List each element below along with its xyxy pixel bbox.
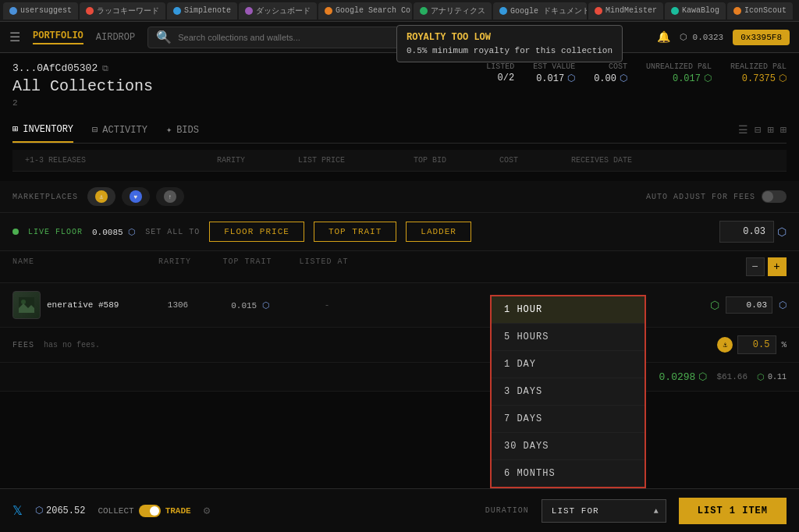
stat-listed: LISTED 0/2 bbox=[486, 62, 514, 84]
settings-icon[interactable]: ⚙ bbox=[204, 504, 210, 517]
col-header-listed: LISTED AT bbox=[289, 257, 359, 276]
toggle-knob bbox=[762, 191, 773, 202]
col-header-toptrait: TOP TRAIT bbox=[212, 257, 282, 276]
eth-icon-list: ⬡ bbox=[779, 300, 787, 311]
duration-option-6months[interactable]: 6 MONTHS bbox=[492, 460, 645, 487]
top-trait-button[interactable]: TOP TRAIT bbox=[314, 222, 396, 242]
bottom-bar: 𝕏 ⬡ 2065.52 COLLECT TRADE ⚙ DURATION LIS… bbox=[0, 488, 799, 532]
eth-diamond-icon: ⬡ bbox=[35, 505, 43, 516]
tab-inventory[interactable]: ⊞ INVENTORY bbox=[12, 117, 73, 143]
eth-balance-display: ⬡ 2065.52 bbox=[35, 505, 85, 516]
auto-adjust-label: AUTO ADJUST FOR FEES bbox=[646, 193, 755, 201]
main-content: 3...0AfCd05302 ⧉ All Collections 2 LISTE… bbox=[0, 53, 799, 181]
compact-view-icon[interactable]: ⊟ bbox=[755, 123, 761, 137]
plus-button[interactable]: + bbox=[768, 257, 787, 276]
opensea-icon: ⚓ bbox=[95, 190, 108, 203]
duration-option-7days[interactable]: 7 DAYS bbox=[492, 406, 645, 433]
browser-tabs-bar: usersuggest ラッコキーワード Simplenote ダッシュボード … bbox=[0, 0, 799, 22]
auto-adjust-toggle[interactable] bbox=[762, 190, 787, 203]
tab-usersuggest[interactable]: usersuggest bbox=[3, 2, 78, 20]
collect-toggle-switch[interactable] bbox=[139, 505, 161, 517]
fees-marketplace-icon[interactable]: ⚓ bbox=[717, 337, 733, 353]
list-item-button[interactable]: LIST 1 ITEM bbox=[679, 498, 787, 524]
looksrare-icon: ♥ bbox=[130, 190, 142, 203]
summary-eth-value: 0.0298 ⬡ bbox=[659, 371, 708, 383]
col-header-spacer bbox=[365, 257, 740, 276]
bids-icon: ✦ bbox=[166, 124, 172, 136]
fees-value-input[interactable] bbox=[737, 335, 776, 354]
stat-est-value: EST VALUE 0.017 ⬡ bbox=[533, 62, 575, 84]
nft-toptrait: 0.015 ⬡ bbox=[215, 300, 286, 310]
copy-icon[interactable]: ⧉ bbox=[102, 64, 108, 73]
tab-kawablog[interactable]: KawaBlog bbox=[665, 2, 726, 20]
nav-menu-icon[interactable]: ☰ bbox=[9, 30, 20, 45]
looksrare-toggle[interactable]: ♥ bbox=[122, 187, 150, 206]
grid-view-icon[interactable]: ⊞ bbox=[767, 123, 773, 137]
twitter-icon[interactable]: 𝕏 bbox=[12, 503, 23, 519]
fees-label: FEES bbox=[12, 341, 34, 349]
summary-detail: ⬡ 0.11 bbox=[757, 372, 787, 382]
duration-select-button[interactable]: LIST FOR bbox=[542, 499, 666, 523]
tab-iconscout[interactable]: IconScout bbox=[727, 2, 793, 20]
stat-cost: COST 0.00 ⬡ bbox=[594, 62, 627, 84]
marketplaces-row: MARKETPLACES ⚓ ♥ ↑ AUTO ADJUST FOR FEES bbox=[0, 181, 799, 213]
collection-title-row: All Collections bbox=[12, 77, 153, 95]
duration-option-3days[interactable]: 3 DAYS bbox=[492, 378, 645, 406]
duration-select-wrapper: LIST FOR ▲ bbox=[542, 499, 666, 523]
tab-google-docs[interactable]: Google ドキュメント bbox=[493, 2, 587, 20]
fees-percent-sign: % bbox=[781, 340, 787, 349]
nav-portfolio[interactable]: PORTFOLIO bbox=[33, 30, 83, 44]
collection-title: All Collections bbox=[12, 77, 153, 95]
col-header-rarity: RARITY bbox=[144, 257, 206, 276]
opensea-toggle[interactable]: ⚓ bbox=[87, 187, 115, 206]
notification-icon[interactable]: 🔔 bbox=[657, 30, 670, 44]
floor-price-button[interactable]: FLOOR PRICE bbox=[209, 222, 304, 242]
nft-listed-at: - bbox=[292, 300, 362, 310]
duration-option-30days[interactable]: 30 DAYS bbox=[492, 433, 645, 460]
duration-option-5hours[interactable]: 5 HOURS bbox=[492, 324, 645, 351]
large-grid-icon[interactable]: ⊞ bbox=[780, 123, 787, 137]
fees-section: FEES has no fees. ⚓ % bbox=[0, 328, 799, 363]
x2y2-toggle[interactable]: ↑ bbox=[156, 187, 184, 206]
search-input[interactable] bbox=[178, 33, 412, 42]
tab-dashboard[interactable]: ダッシュボード bbox=[239, 2, 317, 20]
tab-simplenote[interactable]: Simplenote bbox=[167, 2, 237, 20]
floor-value: 0.0085 ⬡ bbox=[92, 227, 136, 237]
price-input-group: ⬡ bbox=[719, 221, 787, 243]
eth-icon-price-row: ⬡ bbox=[710, 299, 719, 312]
tab-activity[interactable]: ⊟ ACTIVITY bbox=[92, 118, 147, 142]
tab-bids[interactable]: ✦ BIDS bbox=[166, 118, 199, 142]
tab-google-search[interactable]: Google Search Co... bbox=[318, 2, 412, 20]
tab-mindmeister[interactable]: MindMeister bbox=[588, 2, 663, 20]
nft-thumbnail bbox=[12, 291, 41, 319]
search-icon: 🔍 bbox=[156, 30, 172, 45]
nav-search-box[interactable]: 🔍 bbox=[147, 27, 421, 48]
minus-button[interactable]: − bbox=[746, 257, 765, 276]
eth-icon-est: ⬡ bbox=[567, 73, 575, 84]
tooltip-body: 0.5% minimum royalty for this collection bbox=[407, 46, 613, 55]
col-header-name: NAME bbox=[12, 257, 137, 276]
eth-icon-realized: ⬡ bbox=[779, 73, 787, 84]
duration-dropdown: 1 HOUR 5 HOURS 1 DAY 3 DAYS 7 DAYS 30 DA… bbox=[490, 295, 646, 488]
price-input[interactable] bbox=[719, 221, 774, 243]
collect-toggle[interactable]: COLLECT TRADE bbox=[98, 505, 190, 517]
tab-rakko[interactable]: ラッコキーワード bbox=[80, 2, 165, 20]
price-row: LIVE FLOOR 0.0085 ⬡ SET ALL TO FLOOR PRI… bbox=[0, 213, 799, 251]
collection-stats: LISTED 0/2 EST VALUE 0.017 ⬡ COST 0.00 ⬡… bbox=[486, 62, 787, 84]
duration-option-1hour[interactable]: 1 HOUR bbox=[492, 296, 645, 324]
wallet-button[interactable]: 0x3395F8 bbox=[733, 30, 790, 45]
list-view-icon[interactable]: ☰ bbox=[738, 123, 748, 137]
nav-airdrop[interactable]: AIRDROP bbox=[96, 32, 135, 43]
tab-analytics[interactable]: アナリティクス bbox=[414, 2, 492, 20]
nft-row: enerative #589 1306 0.015 ⬡ - ⬡ ⬡ bbox=[0, 283, 799, 328]
x2y2-icon: ↑ bbox=[164, 190, 176, 203]
duration-option-1day[interactable]: 1 DAY bbox=[492, 351, 645, 378]
nft-list-price-input[interactable] bbox=[726, 296, 772, 314]
eth-icon-toptrait: ⬡ bbox=[262, 301, 270, 310]
ladder-button[interactable]: LADDER bbox=[406, 222, 471, 242]
summary-usd-value: $61.66 bbox=[716, 372, 748, 381]
collect-toggle-knob bbox=[150, 506, 159, 516]
fees-input-group: ⚓ % bbox=[717, 335, 787, 354]
collection-address-row: 3...0AfCd05302 ⧉ bbox=[12, 62, 153, 74]
auto-adjust-section: AUTO ADJUST FOR FEES bbox=[646, 190, 787, 203]
